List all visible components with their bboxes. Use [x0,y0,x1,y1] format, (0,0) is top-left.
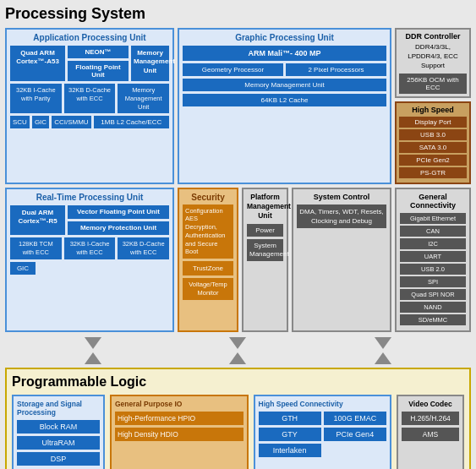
pl-inner: Storage and Signal Processing Block RAM … [12,395,464,469]
security-config: Configuration AES Decryption, Authentica… [183,205,233,259]
security-block: Security Configuration AES Decryption, A… [178,188,238,333]
apu-ccv: CCI/SMMU [52,116,90,128]
sysctrl-content: DMA, Timers, WDT, Resets, Clocking and D… [297,205,386,228]
pl-hs-col1-item2: Interlaken [259,444,321,457]
pl-gpio-title: General Purpose IO [115,400,243,408]
rpu-cache1: 128KB TCM with ECC [10,237,62,259]
pl-storage-block: Storage and Signal Processing Block RAM … [12,395,105,469]
security-vt: Voltage/Temp Monitor [183,278,233,300]
pl-hs-col2: 100G EMAC PCIe Gen4 [324,412,386,457]
ocm-box: 256KB OCM with ECC [399,74,467,94]
apu-caches: 32KB I-Cache with Parity 32KB D-Cache wi… [10,84,169,113]
pl-hs-col2-item1: PCIe Gen4 [324,428,386,441]
pl-hs-block: High Speed Connectivity GTH GTY Interlak… [254,395,392,469]
pl-gpio-item-1: High Density HDIO [115,428,243,441]
hs-item-4: PS-GTR [399,167,467,178]
apu-gic: GIC [32,116,49,128]
genconn-item-0: Gigabit Ethernet [400,213,466,224]
pl-video-item-1: AMS [402,428,459,441]
pl-video-item-0: H.265/H.264 [402,412,459,425]
rpu-vfp: Vector Floating Point Unit [68,205,169,219]
gpu-row2: Geometry Processor 2 Pixel Processors [183,63,386,76]
apu-block: Application Processing Unit Quad ARM Cor… [5,28,174,184]
genconn-item-3: UART [400,251,466,262]
rpu-caches: 128KB TCM with ECC 32KB I-Cache with ECC… [10,237,169,259]
apu-fp: Floating Point Unit [68,61,129,81]
arrow-up-2 [229,352,246,364]
gpu-mmu: Memory Management Unit [183,79,386,91]
pl-storage-item-0: Block RAM [17,420,100,434]
rpu-mpu: Memory Protection Unit [68,221,169,235]
hs-block: High Speed Display Port USB 3.0 SATA 3.0… [395,101,471,184]
apu-bottom: SCU GIC CCI/SMMU 1MB L2 Cache/ECC [10,116,169,128]
rpu-title: Real-Time Processing Unit [10,193,169,202]
gpu-block: Graphic Processing Unit ARM Mali™- 400 M… [178,28,391,184]
pl-hs-col2-item0: 100G EMAC [324,412,386,425]
pmu-power: Power [247,224,283,237]
genconn-item-2: I2C [400,238,466,249]
security-tz: TrustZone [183,261,233,275]
pmu-title: Platform Management Unit [247,193,283,221]
genconn-item-4: USB 2.0 [400,264,466,275]
apu-scu-gic: SCU GIC CCI/SMMU [10,116,91,128]
arrow-down-2 [229,337,246,349]
pl-gpio-item-0: High-Performance HPIO [115,412,243,425]
hs-item-0: Display Port [399,117,467,128]
gpu-geom: Geometry Processor [183,63,283,76]
hs-item-1: USB 3.0 [399,129,467,140]
pl-hs-col1-item0: GTH [259,412,321,425]
pmu-block: Platform Management Unit Power System Ma… [242,188,288,333]
pl-hs-grid: GTH GTY Interlaken 100G EMAC PCIe Gen4 [259,412,387,457]
apu-l2: 1MB L2 Cache/ECC [94,116,169,128]
arrow-down-1 [85,337,101,349]
page-title: Processing System [5,5,471,23]
pl-title: Programmable Logic [12,374,464,390]
rpu-cortex: Dual ARM Cortex™-R5 [10,205,65,236]
apu-neon-fp: NEON™ Floating Point Unit [68,46,129,81]
rpu-block: Real-Time Processing Unit Dual ARM Corte… [5,188,174,333]
main-container: Processing System Application Processing… [0,0,476,469]
apu-cortex-label: Quad ARM Cortex™-A53 [10,46,65,81]
arrow-down-3 [375,337,391,349]
pl-hs-title: High Speed Connectivity [259,400,387,408]
apu-title: Application Processing Unit [10,33,169,42]
pl-gpio-block: General Purpose IO High-Performance HPIO… [110,395,249,469]
rpu-cache2: 32KB I-Cache with ECC [64,237,116,259]
genconn-block: General Connectivity Gigabit Ethernet CA… [395,188,471,333]
genconn-item-1: CAN [400,226,466,237]
ddr-content: DDR4/3/3L, LPDDR4/3, ECC Support [399,42,467,71]
genconn-item-7: NAND [400,302,466,313]
pl-storage-title: Storage and Signal Processing [17,400,100,417]
mid-section: Real-Time Processing Unit Dual ARM Corte… [5,188,471,333]
apu-mmu: Memory Management Unit [131,46,169,81]
rpu-row1: Dual ARM Cortex™-R5 Vector Floating Poin… [10,205,169,236]
genconn-item-6: Quad SPI NOR [400,289,466,300]
rpu-vfpu-mpu: Vector Floating Point Unit Memory Protec… [68,205,169,236]
apu-row1: Quad ARM Cortex™-A53 NEON™ Floating Poin… [10,46,169,81]
hs-item-3: PCIe Gen2 [399,155,467,166]
apu-cache1: 32KB I-Cache with Parity [10,84,62,113]
pl-video-title: Video Codec [402,400,459,408]
pl-hs-col1-item1: GTY [259,428,321,441]
pl-storage-item-1: UltraRAM [17,436,100,450]
arrow-up-1 [85,352,101,364]
genconn-item-5: SPI [400,276,466,287]
right-col: DDR Controller DDR4/3/3L, LPDDR4/3, ECC … [395,28,471,184]
arrows-section [5,335,471,351]
pmu-sysmgmt: System Management [247,239,283,262]
ddr-block: DDR Controller DDR4/3/3L, LPDDR4/3, ECC … [395,28,471,98]
gpu-pixels: 2 Pixel Processors [286,63,386,76]
sysctrl-title: System Control [297,193,386,201]
genconn-item-8: SD/eMMC [400,314,466,325]
gpu-l2: 64KB L2 Cache [183,94,386,106]
apu-cache2: 32KB D-Cache with ECC [64,84,116,113]
pl-video-block: Video Codec H.265/H.264 AMS [397,395,464,469]
pl-hs-col1: GTH GTY Interlaken [259,412,321,457]
hs-title: High Speed [399,106,467,114]
rpu-cache3: 32KB D-Cache with ECC [118,237,169,259]
gpu-title: Graphic Processing Unit [183,33,386,42]
arrow-up-3 [375,352,391,364]
arrows-up-section [5,351,471,366]
ddr-title: DDR Controller [399,32,467,41]
security-title: Security [183,193,233,202]
